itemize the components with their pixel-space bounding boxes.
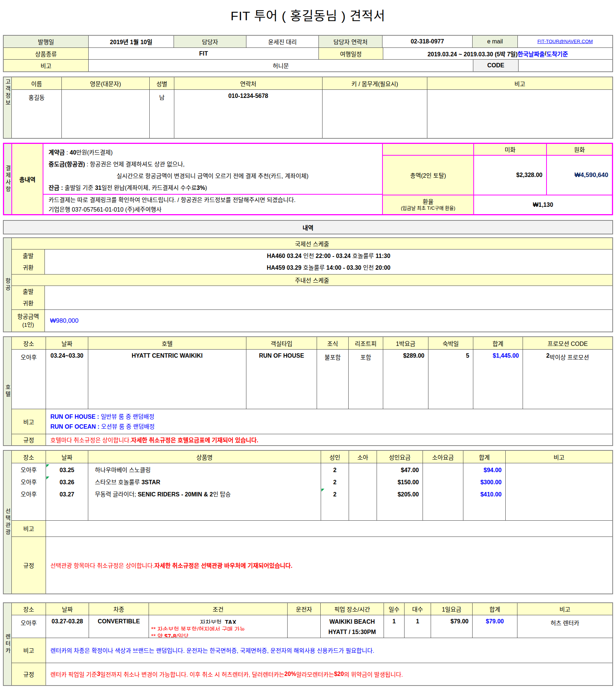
flight-price-label: 항공금액 (1인) [12, 310, 45, 332]
hotel-rule-content: 호텔마다 취소규정은 상이합니다. 자세한 취소규정은 호텔요금표에 기재되어 … [46, 434, 612, 445]
tours-rule-row: 규정 선택관광 항목마다 취소규정은 상이합니다. 자세한 취소규정은 선택관광… [12, 537, 612, 594]
email-cell: FIT-TOUR@NAVER.COM [518, 36, 612, 47]
hotel-remark-line-1: RUN OF HOUSE : 일반뷰 룸 중 랜덤배정 [50, 412, 154, 422]
hotel-resort-fee: 포함 [349, 350, 383, 409]
rentcar-note: 허츠 렌터카 [517, 615, 612, 638]
customer-header-contact: 연락처 [174, 77, 323, 89]
tour-row-note [506, 476, 612, 488]
hotel-data-row: 오아후 03.24~03.30 HYATT CENTRIC WAIKIKI RU… [12, 350, 612, 409]
hotel-remark-content: RUN OF HOUSE : 일반뷰 룸 중 랜덤배정 RUN OF OCEAN… [46, 409, 612, 434]
hotel-header-resortfee: 리조트피 [349, 337, 383, 349]
tours-header-date: 날짜 [46, 451, 88, 463]
flight-price-value: ₩980,000 [45, 310, 612, 332]
info-row-3: 비고 허니문 CODE [4, 60, 612, 71]
customer-data-row: 홍길동 남 010-1234-5678 [12, 90, 612, 138]
tour-row-date: 03.25 [46, 464, 88, 476]
tour-row-adult-price: $150.00 [377, 476, 423, 488]
rentcar-driver [288, 615, 321, 638]
rentcar-condition-line3: ** 약 $7-8/일당 [149, 631, 287, 638]
payment-section: 결제사항 총내역 계약금 : 40만원(카드결제) 중도금(항공권) : 항공권… [3, 143, 613, 215]
email-label: e mail [473, 36, 518, 47]
tour-row-adult: 2 [321, 464, 349, 476]
payment-rate-row: 환율 (입금날 최초 T/C구매 환율) ₩1,130 [383, 195, 612, 214]
tours-header-product: 상품명 [88, 451, 321, 463]
tours-header-adult: 성인 [321, 451, 349, 463]
tour-row-child [349, 476, 377, 488]
hotel-header-nights: 숙박일 [428, 337, 473, 349]
product-type-label: 상품종류 [4, 48, 89, 60]
flight-section-label: 항공 [4, 278, 11, 292]
rentcar-remark-content: 렌터카의 차종은 확정이나 색상과 브랜드는 랜덤입니다. 운전자는 한국면허증… [46, 638, 612, 663]
manager-value: 윤세진 대리 [246, 36, 319, 47]
tours-date-column: 03.25 03.26 03.27 [46, 463, 88, 520]
hotel-nightly-rate: $289.00 [383, 350, 428, 409]
tour-row-product: 하나우마베이 스노클링 [93, 464, 321, 476]
tours-header-row: 장소 날짜 상품명 성인 소아 성인요금 소아요금 합계 비고 [12, 451, 612, 463]
flight-price-label-2: (1인) [22, 321, 34, 329]
payment-term-deposit: 계약금 : 40만원(카드결제) [49, 147, 382, 159]
payment-note-1: 카드결제는 따로 결제링크를 확인하여 안내드립니다. / 항공권은 카드정보를… [49, 195, 382, 205]
tours-remark-label: 비고 [12, 521, 46, 537]
tours-adult-price-column: $47.00 $150.00 $205.00 [377, 463, 423, 520]
rentcar-section-strip: 렌터카 [4, 603, 12, 685]
tour-row-adult-price: $205.00 [377, 488, 423, 500]
page-title: FIT 투어 ( 홍길동님 ) 견적서 [0, 6, 616, 24]
payment-term-interim: 중도금(항공권) : 항공권은 언제 결제하셔도 상관 없으나, [49, 159, 382, 170]
customer-eng-name [62, 90, 150, 138]
customer-section: 고객정보 이름 영문(대문자) 성별 연락처 키 / 몸무게(필요시) 비고 홍… [3, 77, 613, 139]
rentcar-count: 1 [405, 615, 431, 638]
customer-name: 홍길동 [12, 90, 62, 138]
payment-summary-label: 총내역 [12, 144, 43, 214]
hotel-section: 호텔 장소 날짜 호텔 객실타입 조식 리조트피 1박요금 숙박일 합계 프로모… [3, 336, 613, 446]
hotel-total: $1,445.00 [473, 350, 523, 409]
depart-label: 출발 [23, 250, 33, 262]
customer-header-name: 이름 [12, 77, 62, 89]
hotel-remark-line-2: RUN OF OCEAN : 오션뷰 룸 중 랜덤배정 [50, 422, 155, 432]
info-row-1: 발행일 2019년 1월 10일 담당자 윤세진 대리 담당자 연락처 02-3… [4, 36, 612, 48]
issue-date-value: 2019년 1월 10일 [89, 36, 174, 47]
tour-row-adult: 2 [321, 476, 349, 488]
tours-header-place: 장소 [12, 451, 46, 463]
hotel-header-room: 객실타입 [246, 337, 317, 349]
payment-currency-header-row: 미화 원화 [383, 144, 612, 156]
return-label: 귀환 [23, 262, 33, 274]
krw-header: 원화 [547, 144, 612, 155]
tour-row-product: 무동력 글라이더; SENIC RIDERS - 20MIN & 2인 탑승 [93, 488, 321, 500]
customer-note [427, 90, 612, 138]
payment-section-strip: 결제사항 [4, 144, 12, 214]
hotel-breakfast: 불포함 [317, 350, 349, 409]
tour-row-child [349, 488, 377, 500]
flight-price-row: 항공금액 (1인) ₩980,000 [12, 310, 612, 332]
rentcar-condition-line2: ** 자손보험 불포함/현지에서 구매 가능 [149, 624, 287, 631]
hotel-header-hotel: 호텔 [88, 337, 246, 349]
rentcar-header-date: 날짜 [46, 603, 89, 615]
manager-contact-label: 담당자 연락처 [319, 36, 382, 47]
flight-section: 항공 국제선 스케줄 출발 귀환 HA460 03.24 인천 22:00 - … [3, 237, 613, 332]
rentcar-header-pickup: 픽업 장소/시간 [321, 603, 384, 615]
rentcar-section: 렌터카 장소 날짜 차종 조건 운전자 픽업 장소/시간 일수 대수 1일요금 … [3, 602, 613, 686]
tour-row-total: $410.00 [463, 488, 505, 500]
hotel-header-breakfast: 조식 [317, 337, 349, 349]
manager-label: 담당자 [174, 36, 246, 47]
email-link[interactable]: FIT-TOUR@NAVER.COM [537, 39, 593, 44]
customer-header-row: 이름 영문(대문자) 성별 연락처 키 / 몸무게(필요시) 비고 [12, 77, 612, 90]
exchange-rate-value: ₩1,130 [474, 195, 612, 214]
intl-depart-flight: HA460 03.24 인천 22:00 - 03.24 호놀룰루 11:30 [267, 250, 391, 262]
customer-header-note: 비고 [427, 77, 612, 89]
rentcar-header-place: 장소 [12, 603, 46, 615]
hotel-date: 03.24~03.30 [46, 350, 88, 409]
tours-remark-row: 비고 [12, 521, 612, 537]
tours-header-child: 소아 [349, 451, 377, 463]
error-marker [46, 477, 49, 479]
tours-remark-content [46, 521, 612, 537]
usd-header: 미화 [474, 144, 547, 155]
intl-schedule-header: 국제선 스케줄 [12, 238, 612, 249]
payment-total-row: 총액(2인 토탈) $2,328.00 ₩4,590,640 [383, 156, 612, 195]
error-marker [321, 489, 324, 492]
details-header-label: 내역 [303, 223, 313, 232]
tours-header-total: 합계 [463, 451, 506, 463]
tour-row-child-price [423, 476, 463, 488]
tours-rule-label: 규정 [12, 537, 46, 594]
hotel-remark-row: 비고 RUN OF HOUSE : 일반뷰 룸 중 랜덤배정 RUN OF OC… [12, 409, 612, 434]
remark-label: 비고 [4, 60, 89, 71]
